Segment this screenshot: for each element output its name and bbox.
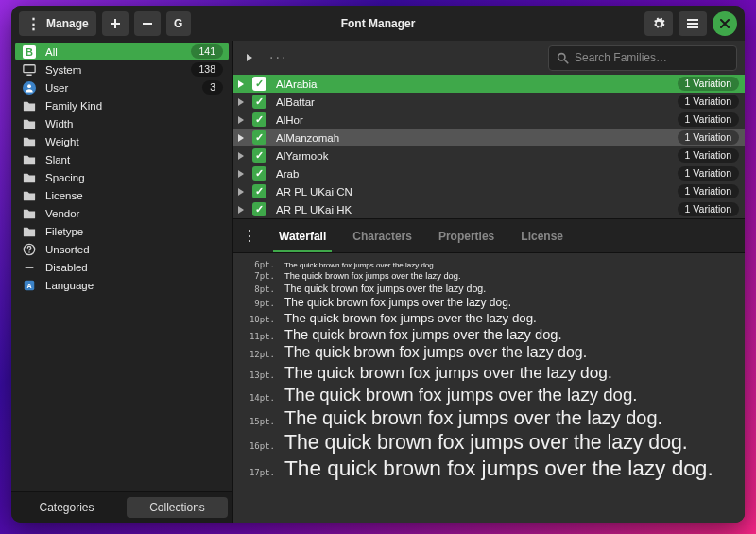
sidebar-item-all[interactable]: BAll141	[15, 43, 229, 60]
expand-icon[interactable]	[237, 206, 250, 214]
waterfall-row: 17pt.The quick brown fox jumps over the …	[233, 456, 745, 482]
font-toolbar: ··· Search Families…	[233, 41, 745, 75]
folder-icon	[21, 99, 38, 112]
sidebar-item-count: 138	[191, 62, 223, 77]
user-icon	[21, 81, 38, 95]
font-name: AlHor	[276, 114, 303, 126]
expand-icon[interactable]	[237, 98, 250, 106]
preview-menu-button[interactable]: ⋮	[233, 219, 266, 252]
hamburger-button[interactable]	[679, 11, 707, 36]
sidebar-item-user[interactable]: User3	[15, 78, 229, 96]
sidebar-item-slant[interactable]: Slant	[15, 150, 229, 168]
folder-icon	[21, 135, 38, 148]
manage-button[interactable]: Manage	[19, 11, 96, 36]
sidebar-item-filetype[interactable]: Filetype	[15, 222, 229, 240]
font-list[interactable]: ✓AlArabia1 Variation✓AlBattar1 Variation…	[233, 75, 745, 218]
preview-tab-characters[interactable]: Characters	[339, 219, 425, 252]
expand-icon[interactable]	[237, 188, 250, 196]
more-options-icon[interactable]: ···	[266, 45, 291, 70]
font-row[interactable]: ✓Arab1 Variation	[233, 164, 745, 182]
main-panel: ··· Search Families… ✓AlArabia1 Variatio…	[233, 41, 745, 523]
waterfall-pt-label: 6pt.	[241, 260, 275, 269]
waterfall-sample-text: The quick brown fox jumps over the lazy …	[284, 431, 688, 455]
expand-icon[interactable]	[237, 80, 250, 88]
font-checkbox[interactable]: ✓	[252, 202, 266, 216]
font-row[interactable]: ✓AlYarmook1 Variation	[233, 146, 745, 164]
sidebar-item-width[interactable]: Width	[15, 114, 229, 132]
waterfall-row: 9pt.The quick brown fox jumps over the l…	[233, 295, 745, 310]
preview-tab-properties[interactable]: Properties	[425, 219, 507, 252]
font-name: AlBattar	[276, 96, 315, 108]
close-icon	[719, 18, 730, 29]
waterfall-pt-label: 10pt.	[241, 315, 275, 324]
tab-collections[interactable]: Collections	[127, 497, 228, 518]
g-button[interactable]: G	[166, 11, 191, 36]
font-row[interactable]: ✓AR PL UKai HK1 Variation	[233, 200, 745, 218]
font-checkbox[interactable]: ✓	[252, 148, 266, 163]
sidebar-item-label: User	[45, 82, 68, 94]
waterfall-sample-text: The quick brown fox jumps over the lazy …	[284, 283, 486, 294]
search-input[interactable]: Search Families…	[548, 45, 737, 71]
titlebar: Manage G Font Manager	[11, 6, 745, 41]
waterfall-row: 6pt.The quick brown fox jumps over the l…	[233, 259, 745, 270]
tab-categories[interactable]: Categories	[16, 497, 117, 518]
font-checkbox[interactable]: ✓	[252, 95, 266, 109]
font-name: Arab	[276, 168, 299, 180]
svg-point-8	[558, 53, 565, 60]
font-checkbox[interactable]: ✓	[252, 130, 266, 145]
expand-right-icon[interactable]	[241, 49, 258, 66]
font-row[interactable]: ✓AlManzomah1 Variation	[233, 129, 745, 146]
waterfall-sample-text: The quick brown fox jumps over the lazy …	[284, 344, 587, 361]
sidebar-item-label: Width	[45, 118, 73, 129]
sidebar-item-spacing[interactable]: Spacing	[15, 168, 229, 186]
font-checkbox[interactable]: ✓	[252, 112, 266, 127]
sidebar-item-count: 141	[191, 44, 223, 59]
svg-rect-5	[26, 267, 34, 268]
sidebar-item-weight[interactable]: Weight	[15, 132, 229, 150]
sidebar-item-system[interactable]: System138	[15, 60, 229, 78]
add-button[interactable]	[102, 11, 129, 36]
sidebar-item-language[interactable]: ALanguage	[15, 276, 229, 294]
waterfall-pt-label: 8pt.	[241, 284, 275, 294]
font-variation-badge: 1 Variation	[678, 95, 739, 109]
font-row[interactable]: ✓AlBattar1 Variation	[233, 93, 745, 111]
sidebar-item-label: Unsorted	[45, 244, 90, 255]
svg-rect-1	[24, 64, 35, 72]
waterfall-pt-label: 11pt.	[241, 332, 275, 341]
sidebar-item-vendor[interactable]: Vendor	[15, 204, 229, 222]
svg-point-2	[27, 84, 31, 88]
waterfall-pt-label: 14pt.	[241, 393, 275, 403]
waterfall-row: 12pt.The quick brown fox jumps over the …	[233, 343, 745, 362]
expand-icon[interactable]	[237, 152, 250, 160]
sidebar-item-license[interactable]: License	[15, 186, 229, 204]
waterfall-pt-label: 7pt.	[241, 271, 275, 281]
expand-icon[interactable]	[237, 170, 250, 178]
sidebar-item-family-kind[interactable]: Family Kind	[15, 96, 229, 114]
waterfall-row: 15pt.The quick brown fox jumps over the …	[233, 406, 745, 430]
font-variation-badge: 1 Variation	[678, 184, 739, 198]
preview-tab-waterfall[interactable]: Waterfall	[266, 219, 339, 252]
expand-icon[interactable]	[237, 134, 250, 142]
folder-icon	[21, 225, 38, 238]
monitor-icon	[21, 63, 38, 77]
font-row[interactable]: ✓AR PL UKai CN1 Variation	[233, 182, 745, 200]
preview-tabs: ⋮ WaterfallCharactersPropertiesLicense	[233, 218, 745, 253]
waterfall-row: 14pt.The quick brown fox jumps over the …	[233, 384, 745, 406]
waterfall-sample-text: The quick brown fox jumps over the lazy …	[284, 311, 537, 325]
sidebar-item-label: Language	[45, 280, 94, 291]
font-checkbox[interactable]: ✓	[252, 184, 266, 198]
remove-button[interactable]	[134, 11, 161, 36]
expand-icon[interactable]	[237, 116, 250, 124]
folder-icon	[21, 117, 38, 130]
settings-button[interactable]	[644, 11, 673, 36]
preview-tab-license[interactable]: License	[507, 219, 576, 252]
font-row[interactable]: ✓AlHor1 Variation	[233, 111, 745, 129]
globe-icon: A	[21, 279, 38, 292]
sidebar-item-disabled[interactable]: Disabled	[15, 258, 229, 276]
close-button[interactable]	[713, 11, 737, 36]
font-checkbox[interactable]: ✓	[252, 77, 266, 91]
font-checkbox[interactable]: ✓	[252, 166, 266, 181]
sidebar-item-unsorted[interactable]: Unsorted	[15, 240, 229, 258]
folder-icon	[21, 153, 38, 166]
font-row[interactable]: ✓AlArabia1 Variation	[233, 75, 745, 93]
